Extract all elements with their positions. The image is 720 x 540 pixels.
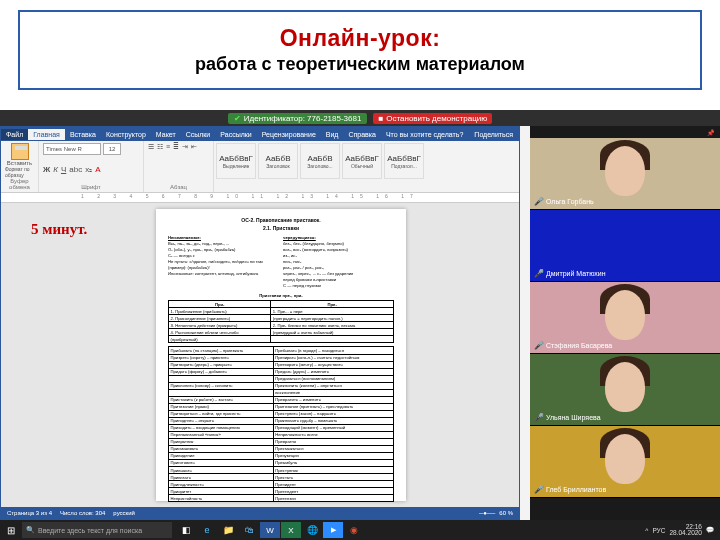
- store-icon[interactable]: 🛍: [239, 522, 259, 538]
- document-area[interactable]: 5 минут. ОС-2. Правописание приставок. 2…: [1, 203, 519, 507]
- table-cell: Принадлежность: [169, 481, 274, 488]
- table-cell: Претензия: [273, 495, 393, 502]
- outdent-button[interactable]: ⇤: [191, 143, 197, 151]
- task-view-button[interactable]: ◧: [176, 522, 196, 538]
- doc-line: (пример): (прабабка)!: [168, 265, 279, 270]
- table-cell: Приоритет: [169, 488, 274, 495]
- style-box[interactable]: АаБбВЗаголово...: [300, 143, 340, 179]
- document-page: ОС-2. Правописание приставок. 2.1. Прист…: [156, 209, 406, 501]
- table-cell: 1. Пре... = пере: [271, 308, 394, 315]
- stop-share-button[interactable]: Остановить демонстрацию: [373, 113, 492, 124]
- table-cell: Привратник: [169, 438, 274, 445]
- style-box[interactable]: АаБбВЗаголовок: [258, 143, 298, 179]
- italic-button[interactable]: К: [53, 165, 58, 174]
- participant-name: 🎤Дмитрий Матюхин: [534, 269, 606, 278]
- status-lang[interactable]: русский: [113, 510, 135, 516]
- word-tab-Вставка[interactable]: Вставка: [65, 129, 101, 140]
- status-words: Число слов: 304: [60, 510, 105, 516]
- table-cell: Презирать (кого-л.) – считать недостойны…: [273, 354, 393, 361]
- table-cell: (преградить = перегородить напол.): [271, 315, 394, 322]
- paste-icon[interactable]: [11, 143, 29, 160]
- participant-name: 🎤Стэфания Басарева: [534, 341, 612, 350]
- participant-tile[interactable]: 🎤Дмитрий Матюхин: [530, 210, 720, 282]
- table-cell: Прибывать (на станцию) – приезжать: [169, 347, 274, 354]
- app-icon[interactable]: ◉: [344, 522, 364, 538]
- doc-line: Не путать: с/здание, ни/сходить, ни/здес…: [168, 259, 279, 264]
- start-button[interactable]: ⊞: [0, 520, 22, 540]
- participant-tile[interactable]: 🎤Ольга Горбань: [530, 138, 720, 210]
- participant-tile[interactable]: 🎤Глеб Бриллиантов: [530, 426, 720, 498]
- table-cell: Притворить (дверь) – прикрыть: [169, 361, 274, 368]
- bold-button[interactable]: Ж: [43, 165, 50, 174]
- align-left-button[interactable]: ≡: [166, 143, 170, 151]
- pin-icon[interactable]: 📌: [707, 129, 714, 136]
- clipboard-group-label: Буфер обмена: [5, 178, 34, 190]
- excel-icon[interactable]: X: [281, 522, 301, 538]
- tray-chevron-icon[interactable]: ^: [645, 527, 648, 534]
- align-center-button[interactable]: ≣: [173, 143, 179, 151]
- table-cell: Присмакивать: [169, 445, 274, 452]
- paragraph-group-label: Абзац: [148, 184, 209, 190]
- font-size-select[interactable]: 12: [103, 143, 121, 155]
- table-cell: (премудрый = очень забавный): [271, 329, 394, 336]
- participant-tile[interactable]: 🎤Стэфания Басарева: [530, 282, 720, 354]
- word-window: ФайлГлавнаяВставкаКонструкторМакетСсылки…: [0, 126, 520, 520]
- zoom-icon[interactable]: ▶: [323, 522, 343, 538]
- table-cell: Претворить (мечту) – осуществить: [273, 361, 393, 368]
- word-tab-Рецензирование[interactable]: Рецензирование: [257, 129, 321, 140]
- word-tab-Макет[interactable]: Макет: [151, 129, 181, 140]
- table-cell: Приходить – входящие помощению: [169, 424, 274, 431]
- folder-icon[interactable]: 📁: [218, 522, 238, 538]
- slide-title: Онлайн-урок:: [280, 25, 441, 52]
- word-tab-Что вы хотите сделать?[interactable]: Что вы хотите сделать?: [381, 129, 468, 140]
- strike-button[interactable]: abc: [69, 165, 82, 174]
- numbering-button[interactable]: ☷: [157, 143, 163, 151]
- tray-lang[interactable]: РУС: [652, 527, 665, 534]
- participant-tile[interactable]: 🎤Ульяна Ширяева: [530, 354, 720, 426]
- font-group-label: Шрифт: [43, 184, 139, 190]
- notifications-icon[interactable]: 💬: [706, 526, 714, 534]
- indent-button[interactable]: ⇥: [182, 143, 188, 151]
- word-tab-Вид[interactable]: Вид: [321, 129, 344, 140]
- col-left-header: Неизменяемые:: [168, 235, 279, 240]
- taskbar-search[interactable]: 🔍 Введите здесь текст для поиска: [22, 522, 172, 538]
- mic-muted-icon: 🎤: [534, 269, 544, 278]
- table-pre-pri: При-Пре-1. Приближение (прибывать)1. Пре…: [168, 300, 394, 343]
- share-button[interactable]: Поделиться: [468, 129, 519, 140]
- table-cell: Преклонить (колени) – опуститься: [273, 382, 393, 389]
- subscript-button[interactable]: x₂: [85, 165, 92, 174]
- font-color-button[interactable]: A: [95, 165, 100, 174]
- timer-overlay: 5 минут.: [31, 221, 87, 238]
- mic-muted-icon: 🎤: [534, 413, 544, 422]
- tray-date[interactable]: 28.04.2020: [669, 530, 702, 537]
- table-cell: Приключить судьбу – помешать: [273, 417, 393, 424]
- zoom-meeting-id: Идентификатор: 776-2185-3681: [228, 113, 368, 124]
- style-box[interactable]: АаБбВвГПодзагол...: [384, 143, 424, 179]
- word-tab-Справка[interactable]: Справка: [343, 129, 380, 140]
- table-cell: Непреложность всего:: [273, 431, 393, 438]
- style-box[interactable]: АаБбВвГВыделение: [216, 143, 256, 179]
- table-cell: Призреть (сироту) – приютить: [169, 354, 274, 361]
- zoom-slider[interactable]: ─●──: [479, 510, 495, 516]
- status-zoom[interactable]: 60 %: [499, 510, 513, 516]
- word-tab-Главная[interactable]: Главная: [28, 129, 65, 140]
- edge-icon[interactable]: e: [197, 522, 217, 538]
- table-cell: Приподнять – открыть: [169, 417, 274, 424]
- word-tab-Файл[interactable]: Файл: [1, 129, 28, 140]
- styles-gallery[interactable]: АаБбВвГВыделениеАаБбВЗаголовокАаБбВЗагол…: [214, 141, 519, 192]
- table-cell: Приготовить: [169, 459, 274, 466]
- underline-button[interactable]: Ч: [61, 165, 66, 174]
- style-box[interactable]: АаБбВвГОбычный: [342, 143, 382, 179]
- word-tab-Конструктор[interactable]: Конструктор: [101, 129, 151, 140]
- section-header: Приставки пре-, при-: [168, 293, 394, 298]
- font-name-select[interactable]: Times New R: [43, 143, 101, 155]
- word-tab-Рассылки[interactable]: Рассылки: [215, 129, 256, 140]
- mic-muted-icon: 🎤: [534, 485, 544, 494]
- format-painter[interactable]: Формат по образцу: [5, 166, 34, 178]
- word-icon[interactable]: W: [260, 522, 280, 538]
- doc-line: С- — всегда с: [168, 253, 279, 258]
- participant-name: 🎤Ульяна Ширяева: [534, 413, 601, 422]
- word-tab-Ссылки[interactable]: Ссылки: [181, 129, 216, 140]
- chrome-icon[interactable]: 🌐: [302, 522, 322, 538]
- bullets-button[interactable]: ☰: [148, 143, 154, 151]
